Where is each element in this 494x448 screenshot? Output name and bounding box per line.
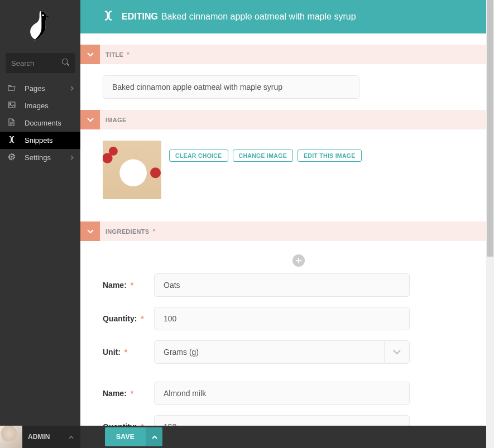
snippet-icon [8, 136, 19, 145]
footer-bar: SAVE [80, 426, 494, 448]
avatar [0, 426, 22, 448]
plus-icon [295, 257, 302, 264]
section-header-title: TITLE* [80, 45, 494, 64]
chevron-down-icon[interactable] [384, 340, 410, 364]
ingredient-quantity-input[interactable] [154, 415, 410, 426]
field-label-quantity: Quantity: * [103, 314, 154, 323]
wagtail-logo-icon [25, 8, 56, 45]
page-header: EDITING Baked cinnamon apple oatmeal wit… [80, 0, 494, 33]
ingredient-name-input[interactable] [154, 382, 410, 405]
collapse-button[interactable] [80, 221, 100, 241]
ingredient-name-input[interactable] [154, 273, 410, 297]
select-value: Grams (g) [154, 340, 384, 364]
document-icon [8, 118, 19, 128]
sidebar-item-images[interactable]: Images [0, 97, 80, 114]
sidebar-item-snippets[interactable]: Snippets [0, 132, 80, 149]
chevron-up-icon [152, 435, 157, 439]
user-menu[interactable]: ADMIN [0, 426, 80, 448]
sidebar-item-label: Images [25, 102, 49, 110]
section-body-image: CLEAR CHOICE CHANGE IMAGE EDIT THIS IMAG… [80, 129, 494, 199]
sidebar-item-pages[interactable]: Pages [0, 80, 80, 97]
field-label-unit: Unit: * [103, 348, 154, 357]
svg-point-0 [42, 15, 44, 16]
field-label-name: Name: * [103, 281, 154, 290]
sidebar-item-settings[interactable]: Settings [0, 149, 80, 166]
save-more-button[interactable] [146, 427, 162, 446]
ingredient-unit-select[interactable]: Grams (g) [154, 340, 410, 364]
collapse-button[interactable] [80, 45, 100, 64]
field-label-name: Name: * [103, 389, 154, 398]
clear-choice-button[interactable]: CLEAR CHOICE [169, 150, 228, 162]
chevron-down-icon [87, 118, 94, 122]
ingredient-item: Name: * Quantity: * Unit: * Grams (g) [103, 273, 494, 364]
main-content: EDITING Baked cinnamon apple oatmeal wit… [80, 0, 494, 426]
editing-label: EDITING [122, 12, 158, 22]
picture-icon [8, 102, 19, 110]
section-body-ingredients: Name: * Quantity: * Unit: * Grams (g) [80, 241, 494, 426]
page-title: Baked cinnamon apple oatmeal with maple … [161, 12, 356, 22]
collapse-button[interactable] [80, 110, 100, 129]
section-label: TITLE* [100, 45, 494, 64]
save-button[interactable]: SAVE [105, 427, 146, 446]
add-ingredient-button[interactable] [292, 254, 305, 267]
scrollbar[interactable] [486, 0, 494, 448]
section-label: IMAGE [100, 110, 494, 129]
snippet-icon [103, 10, 114, 23]
edit-image-button[interactable]: EDIT THIS IMAGE [298, 150, 362, 162]
ingredient-quantity-input[interactable] [154, 307, 410, 330]
user-label: ADMIN [28, 433, 50, 441]
search-box[interactable] [6, 53, 75, 73]
chevron-up-icon [69, 433, 74, 440]
image-thumbnail[interactable] [103, 141, 161, 199]
ingredient-item: Name: * Quantity: * [103, 382, 494, 426]
scrollbar-thumb[interactable] [487, 0, 493, 257]
chevron-down-icon [87, 52, 94, 57]
sidebar-item-label: Snippets [25, 136, 53, 144]
section-header-image: IMAGE [80, 110, 494, 129]
sidebar-item-label: Settings [25, 153, 51, 162]
change-image-button[interactable]: CHANGE IMAGE [233, 150, 293, 162]
logo-area [0, 0, 80, 53]
title-input[interactable] [103, 75, 359, 99]
search-icon[interactable] [62, 59, 69, 68]
cog-icon [8, 153, 19, 162]
section-header-ingredients: INGREDIENTS* [80, 221, 494, 241]
search-input[interactable] [11, 59, 62, 68]
sidebar: Pages Images Documents Snippets Settings [0, 0, 80, 448]
sidebar-item-label: Documents [25, 119, 61, 127]
sidebar-item-documents[interactable]: Documents [0, 114, 80, 132]
section-label: INGREDIENTS* [100, 221, 494, 241]
sidebar-item-label: Pages [25, 84, 45, 93]
folder-icon [8, 84, 19, 93]
chevron-right-icon [70, 85, 74, 92]
section-body-title [80, 64, 494, 99]
chevron-right-icon [70, 155, 74, 161]
chevron-down-icon [87, 229, 94, 234]
